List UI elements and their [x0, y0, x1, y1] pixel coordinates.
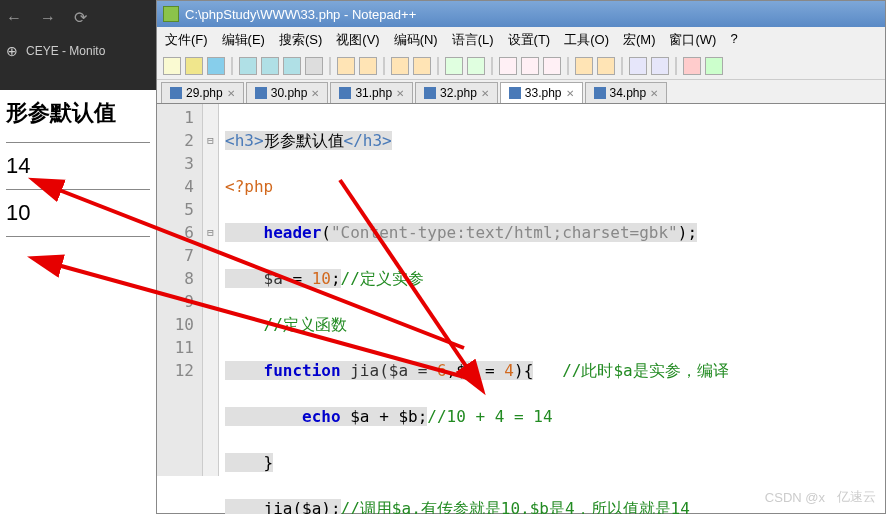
open-icon[interactable] — [185, 57, 203, 75]
yisu-mark: 亿速云 — [837, 488, 876, 506]
close-icon[interactable]: ✕ — [650, 88, 658, 99]
zoom-out-icon[interactable] — [467, 57, 485, 75]
tab-29[interactable]: 29.php✕ — [161, 82, 244, 103]
folder-icon[interactable] — [575, 57, 593, 75]
sep — [491, 57, 493, 75]
browser-nav-bar: ← → ⟳ — [0, 0, 156, 35]
window-title: C:\phpStudy\WWW\33.php - Notepad++ — [185, 7, 416, 22]
close-icon[interactable]: ✕ — [396, 88, 404, 99]
menubar: 文件(F) 编辑(E) 搜索(S) 视图(V) 编码(N) 语言(L) 设置(T… — [157, 27, 885, 53]
hr-mid — [6, 189, 150, 190]
titlebar: C:\phpStudy\WWW\33.php - Notepad++ — [157, 1, 885, 27]
menu-macro[interactable]: 宏(M) — [623, 31, 656, 49]
tab-30[interactable]: 30.php✕ — [246, 82, 329, 103]
paste-icon[interactable] — [261, 57, 279, 75]
browser-chrome: ← → ⟳ ⊕ CEYE - Monito — [0, 0, 156, 90]
doc-icon[interactable] — [629, 57, 647, 75]
output-2: 10 — [6, 200, 150, 226]
replace-icon[interactable] — [413, 57, 431, 75]
close-icon[interactable]: ✕ — [227, 88, 235, 99]
browser-tab[interactable]: ⊕ CEYE - Monito — [0, 35, 156, 67]
hr-bot — [6, 236, 150, 237]
close-icon[interactable]: ✕ — [566, 88, 574, 99]
output-1: 14 — [6, 153, 150, 179]
func-icon[interactable] — [597, 57, 615, 75]
disk-icon — [339, 87, 351, 99]
forward-icon[interactable]: → — [40, 9, 56, 27]
notepadpp-window: C:\phpStudy\WWW\33.php - Notepad++ 文件(F)… — [156, 0, 886, 514]
close-icon[interactable]: ✕ — [311, 88, 319, 99]
sep — [437, 57, 439, 75]
disk-icon — [170, 87, 182, 99]
csdn-mark: CSDN @x — [765, 490, 825, 505]
menu-settings[interactable]: 设置(T) — [508, 31, 551, 49]
disk-icon — [509, 87, 521, 99]
globe-icon: ⊕ — [6, 43, 18, 59]
save-icon[interactable] — [207, 57, 225, 75]
menu-edit[interactable]: 编辑(E) — [222, 31, 265, 49]
back-icon[interactable]: ← — [6, 9, 22, 27]
hr-top — [6, 142, 150, 143]
toolbar — [157, 53, 885, 80]
sep — [567, 57, 569, 75]
editor[interactable]: 123456789101112 ⊟ ⊟ <h3>形参默认值</h3> <?php… — [157, 104, 885, 476]
menu-tools[interactable]: 工具(O) — [564, 31, 609, 49]
app-icon — [163, 6, 179, 22]
file-tabs: 29.php✕ 30.php✕ 31.php✕ 32.php✕ 33.php✕ … — [157, 80, 885, 104]
copy-icon[interactable] — [239, 57, 257, 75]
new-icon[interactable] — [163, 57, 181, 75]
disk-icon — [255, 87, 267, 99]
menu-window[interactable]: 窗口(W) — [669, 31, 716, 49]
cut-icon[interactable] — [283, 57, 301, 75]
play-icon[interactable] — [705, 57, 723, 75]
line-numbers: 123456789101112 — [157, 104, 203, 476]
reload-icon[interactable]: ⟳ — [74, 8, 87, 27]
browser-viewport: 形参默认值 14 10 — [0, 90, 156, 255]
tab-title: CEYE - Monito — [26, 44, 105, 58]
indent-icon[interactable] — [543, 57, 561, 75]
menu-view[interactable]: 视图(V) — [336, 31, 379, 49]
sep — [329, 57, 331, 75]
menu-search[interactable]: 搜索(S) — [279, 31, 322, 49]
disk-icon — [424, 87, 436, 99]
redo-icon[interactable] — [359, 57, 377, 75]
print-icon[interactable] — [305, 57, 323, 75]
zoom-in-icon[interactable] — [445, 57, 463, 75]
menu-language[interactable]: 语言(L) — [452, 31, 494, 49]
wrap-icon[interactable] — [499, 57, 517, 75]
sep — [383, 57, 385, 75]
tab-33[interactable]: 33.php✕ — [500, 82, 583, 103]
code-area[interactable]: <h3>形参默认值</h3> <?php header("Content-typ… — [219, 104, 885, 476]
record-icon[interactable] — [683, 57, 701, 75]
disk-icon — [594, 87, 606, 99]
watermark: CSDN @x 亿速云 — [765, 488, 876, 506]
monitor-icon[interactable] — [651, 57, 669, 75]
chars-icon[interactable] — [521, 57, 539, 75]
sep — [621, 57, 623, 75]
sep — [231, 57, 233, 75]
undo-icon[interactable] — [337, 57, 355, 75]
tab-34[interactable]: 34.php✕ — [585, 82, 668, 103]
fold-gutter[interactable]: ⊟ ⊟ — [203, 104, 219, 476]
menu-help[interactable]: ? — [730, 31, 737, 49]
menu-file[interactable]: 文件(F) — [165, 31, 208, 49]
find-icon[interactable] — [391, 57, 409, 75]
tab-32[interactable]: 32.php✕ — [415, 82, 498, 103]
menu-encoding[interactable]: 编码(N) — [394, 31, 438, 49]
tab-31[interactable]: 31.php✕ — [330, 82, 413, 103]
page-heading: 形参默认值 — [6, 98, 150, 128]
close-icon[interactable]: ✕ — [481, 88, 489, 99]
sep — [675, 57, 677, 75]
